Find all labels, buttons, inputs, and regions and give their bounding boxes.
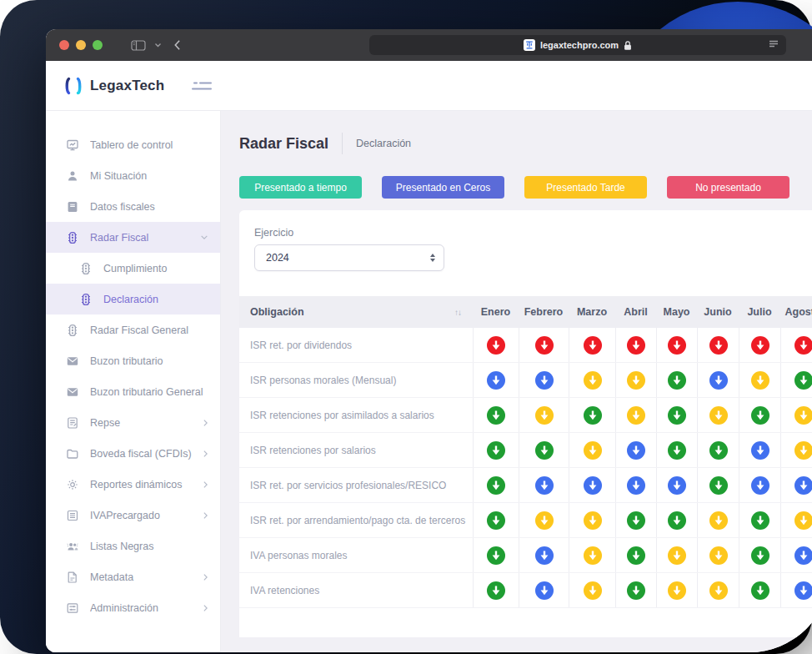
minimize-window-button[interactable] <box>76 40 86 50</box>
status-cell-junio-red[interactable] <box>697 328 739 362</box>
status-cell-febrero-blue[interactable] <box>519 538 569 572</box>
status-cell-enero-green[interactable] <box>473 538 519 572</box>
maximize-window-button[interactable] <box>93 40 103 50</box>
menu-toggle-icon[interactable] <box>189 80 214 92</box>
status-cell-febrero-blue[interactable] <box>519 573 569 607</box>
status-cell-junio-green[interactable] <box>697 433 739 467</box>
sidebar-item-ivaprecargado[interactable]: IVAPrecargado <box>46 500 220 531</box>
sidebar-item-radar-fiscal[interactable]: Radar Fiscal <box>46 222 220 253</box>
status-cell-marzo-yellow[interactable] <box>569 573 615 607</box>
legend-chip-presentado-en-ceros[interactable]: Presentado en Ceros <box>382 176 504 199</box>
status-cell-enero-green[interactable] <box>473 468 519 502</box>
close-window-button[interactable] <box>59 40 69 50</box>
sidebar-item-administracion[interactable]: Administración <box>46 592 220 623</box>
status-cell-abril-green[interactable] <box>615 538 656 572</box>
status-cell-mayo-green[interactable] <box>656 398 697 432</box>
back-button[interactable] <box>173 39 181 51</box>
status-cell-mayo-green[interactable] <box>656 433 697 467</box>
sidebar-item-mi-situacion[interactable]: Mi Situación <box>46 160 220 191</box>
sidebar-item-cumplimiento[interactable]: Cumplimiento <box>46 253 220 284</box>
sidebar-item-repse[interactable]: Repse <box>46 407 220 438</box>
status-cell-abril-blue[interactable] <box>615 468 656 502</box>
status-cell-junio-green[interactable] <box>697 468 739 502</box>
status-cell-marzo-green[interactable] <box>569 398 615 432</box>
status-cell-agosto-blue[interactable] <box>780 468 812 502</box>
sidebar-item-buzon-tributario[interactable]: Buzon tributario <box>46 345 220 376</box>
sidebar-item-buzon-tributario-general[interactable]: Buzon tributario General <box>46 376 220 407</box>
status-cell-marzo-yellow[interactable] <box>569 538 615 572</box>
legend-chip-no-presentado[interactable]: No presentado <box>667 176 789 199</box>
sidebar-item-boveda-fiscal-cfdis[interactable]: Boveda fiscal (CFDIs) <box>46 438 220 469</box>
sort-icon[interactable]: ↑↓ <box>454 308 461 317</box>
status-cell-abril-green[interactable] <box>615 573 656 607</box>
status-cell-mayo-green[interactable] <box>656 363 697 397</box>
obligation-column-header[interactable]: Obligación ↑↓ <box>239 296 473 328</box>
status-cell-marzo-yellow[interactable] <box>569 503 615 537</box>
status-cell-mayo-yellow[interactable] <box>656 573 697 607</box>
status-cell-abril-red[interactable] <box>615 328 656 362</box>
status-cell-agosto-blue[interactable] <box>780 573 812 607</box>
status-cell-febrero-green[interactable] <box>519 433 569 467</box>
browser-chrome: legaxtechpro.com <box>46 29 812 61</box>
status-cell-enero-green[interactable] <box>473 573 519 607</box>
status-cell-febrero-blue[interactable] <box>519 468 569 502</box>
status-cell-febrero-yellow[interactable] <box>519 503 569 537</box>
status-cell-agosto-red[interactable] <box>780 328 812 362</box>
status-cell-marzo-yellow[interactable] <box>569 433 615 467</box>
status-cell-marzo-yellow[interactable] <box>569 363 615 397</box>
status-cell-julio-blue[interactable] <box>739 468 780 502</box>
brand-logo[interactable]: LegaxTech <box>63 77 164 95</box>
address-bar[interactable]: legaxtechpro.com <box>369 35 786 55</box>
status-cell-abril-green[interactable] <box>615 503 656 537</box>
status-cell-julio-green[interactable] <box>739 398 780 432</box>
ejercicio-select[interactable]: 2024 <box>254 244 444 271</box>
sidebar-item-listas-negras[interactable]: Listas Negras <box>46 531 220 561</box>
status-cell-enero-blue[interactable] <box>473 363 519 397</box>
status-cell-febrero-blue[interactable] <box>519 363 569 397</box>
status-cell-marzo-blue[interactable] <box>569 468 615 502</box>
status-cell-junio-yellow[interactable] <box>697 398 739 432</box>
status-cell-abril-yellow[interactable] <box>615 363 656 397</box>
status-cell-junio-yellow[interactable] <box>697 573 739 607</box>
sidebar-item-tablero-de-control[interactable]: Tablero de control <box>46 129 220 160</box>
status-cell-febrero-yellow[interactable] <box>519 398 569 432</box>
legend-chip-presentado-tarde[interactable]: Presentado Tarde <box>524 176 647 199</box>
reader-view-icon[interactable] <box>768 39 779 51</box>
status-cell-junio-yellow[interactable] <box>697 503 739 537</box>
status-cell-agosto-blue[interactable] <box>780 538 812 572</box>
sidebar-item-metadata[interactable]: Metadata <box>46 561 220 592</box>
legend-chip-presentado-a-tiempo[interactable]: Presentado a tiempo <box>239 176 362 199</box>
status-cell-agosto-yellow[interactable] <box>780 433 812 467</box>
chevron-down-icon[interactable] <box>154 43 162 48</box>
status-cell-mayo-red[interactable] <box>656 328 697 362</box>
status-cell-julio-green[interactable] <box>739 573 780 607</box>
sidebar-item-reportes-dinamicos[interactable]: Reportes dinámicos <box>46 469 220 500</box>
download-status-icon-green <box>487 511 505 530</box>
sidebar-item-datos-fiscales[interactable]: Datos fiscales <box>46 191 220 222</box>
status-cell-agosto-yellow[interactable] <box>780 398 812 432</box>
status-cell-enero-green[interactable] <box>473 398 519 432</box>
status-cell-febrero-red[interactable] <box>519 328 569 362</box>
status-cell-abril-blue[interactable] <box>615 433 656 467</box>
status-cell-abril-yellow[interactable] <box>615 398 656 432</box>
status-cell-agosto-yellow[interactable] <box>780 503 812 537</box>
status-cell-enero-red[interactable] <box>473 328 519 362</box>
status-cell-mayo-green[interactable] <box>656 503 697 537</box>
status-cell-marzo-red[interactable] <box>569 328 615 362</box>
status-cell-julio-blue[interactable] <box>739 433 780 467</box>
status-cell-julio-green[interactable] <box>739 538 780 572</box>
sidebar-item-declaracion[interactable]: Declaración <box>46 284 220 314</box>
status-cell-julio-red[interactable] <box>739 328 780 362</box>
status-cell-mayo-blue[interactable] <box>656 468 697 502</box>
status-cell-junio-yellow[interactable] <box>697 538 739 572</box>
status-cell-julio-green[interactable] <box>739 503 780 537</box>
status-cell-enero-green[interactable] <box>473 433 519 467</box>
status-cell-enero-green[interactable] <box>473 503 519 537</box>
status-cell-junio-blue[interactable] <box>697 363 739 397</box>
sidebar-item-radar-fiscal-general[interactable]: Radar Fiscal General <box>46 314 220 345</box>
status-cell-agosto-green[interactable] <box>780 363 812 397</box>
status-cell-mayo-yellow[interactable] <box>656 538 697 572</box>
status-cell-julio-yellow[interactable] <box>739 363 780 397</box>
sidebar-toggle-icon[interactable] <box>131 40 146 51</box>
mail-icon <box>66 355 79 368</box>
